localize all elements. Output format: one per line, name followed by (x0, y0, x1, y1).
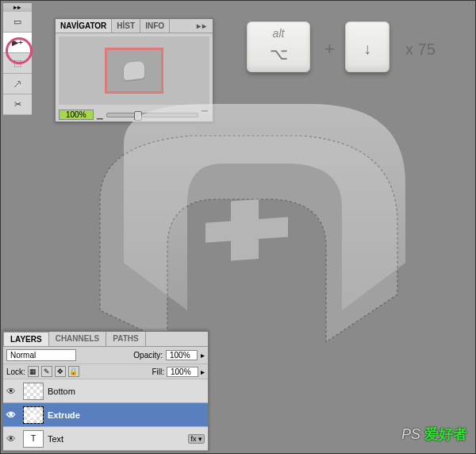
layer-name[interactable]: Bottom (48, 387, 205, 396)
visibility-eye-icon[interactable]: 👁 (6, 410, 19, 421)
tool-lasso[interactable]: ⸕ (3, 74, 32, 94)
navigator-viewport[interactable] (59, 37, 209, 105)
layer-row-extrude[interactable]: 👁 ▶ Extrude (3, 403, 208, 427)
layer-thumb-text-icon: T (23, 430, 44, 448)
lock-label: Lock: (6, 367, 25, 376)
layer-name[interactable]: Text (48, 434, 184, 444)
keycap-alt: alt ⌥ (247, 21, 310, 72)
tool-move[interactable]: ▶+ (3, 33, 32, 53)
navigator-thumb-shape (124, 61, 144, 81)
panel-menu-icon[interactable]: ▸▸ (192, 19, 213, 33)
arrow-down-icon: ↓ (363, 40, 371, 58)
layer-row-bottom[interactable]: 👁 Bottom (3, 379, 208, 403)
opacity-value[interactable]: 100% (166, 350, 198, 360)
layers-panel: LAYERS CHANNELS PATHS Normal Opacity: 10… (2, 331, 209, 452)
watermark: PS 爱好者 (401, 425, 467, 444)
layer-fx-badge[interactable]: fx ▾ (188, 434, 205, 444)
plus-symbol: + (324, 39, 335, 60)
opacity-label: Opacity: (133, 351, 163, 360)
layer-name[interactable]: Extrude (48, 410, 205, 420)
lock-position-icon[interactable]: ✥ (55, 366, 66, 377)
tab-channels[interactable]: CHANNELS (49, 332, 107, 346)
lock-all-icon[interactable]: 🔒 (68, 366, 79, 377)
navigator-tabs: NAVİGATOR HİST INFO ▸▸ (56, 19, 213, 33)
layer-thumb-selected: ▶ (23, 406, 44, 424)
lock-transparency-icon[interactable]: ▦ (28, 366, 39, 377)
layers-tabs: LAYERS CHANNELS PATHS (3, 332, 208, 347)
layers-options-row: Normal Opacity: 100% ▸ (3, 347, 208, 364)
keycap-alt-label: alt (273, 27, 285, 40)
tools-palette: ▸▸ ▭ ▶+ ⬚ ⸕ ✂ (2, 2, 33, 116)
palette-expand-icon[interactable]: ▸▸ (3, 3, 32, 12)
tool-marquee[interactable]: ⬚ (3, 53, 32, 74)
extrude-shape (64, 96, 429, 366)
tab-history[interactable]: HİST (112, 19, 140, 33)
tab-info[interactable]: INFO (140, 19, 170, 33)
keycap-down: ↓ (345, 21, 390, 72)
fill-value[interactable]: 100% (167, 367, 198, 377)
tab-paths[interactable]: PATHS (106, 332, 145, 346)
watermark-ahz: 爱好者 (424, 426, 467, 442)
layers-lock-row: Lock: ▦ ✎ ✥ 🔒 Fill: 100% ▸ (3, 364, 208, 379)
option-icon: ⌥ (270, 44, 288, 63)
watermark-ps: PS (401, 426, 420, 442)
opacity-arrow-icon[interactable]: ▸ (201, 351, 205, 360)
tool-crop[interactable]: ✂ (3, 94, 32, 115)
lock-pixels-icon[interactable]: ✎ (41, 366, 52, 377)
fill-arrow-icon[interactable]: ▸ (201, 367, 205, 376)
tool-rectangle-select[interactable]: ▭ (3, 12, 32, 33)
navigator-proxy-box (105, 48, 163, 94)
tab-layers[interactable]: LAYERS (3, 332, 49, 346)
tab-navigator[interactable]: NAVİGATOR (56, 19, 112, 33)
repeat-count: x 75 (405, 40, 436, 59)
inner-plus-shape (205, 197, 288, 262)
layer-thumb (23, 383, 44, 400)
visibility-eye-icon[interactable]: 👁 (6, 386, 19, 397)
blend-mode-select[interactable]: Normal (6, 349, 76, 361)
fill-label: Fill: (152, 367, 164, 376)
layer-row-text[interactable]: 👁 T Text fx ▾ (3, 427, 208, 451)
visibility-eye-icon[interactable]: 👁 (6, 433, 19, 444)
document-canvas (64, 96, 429, 366)
